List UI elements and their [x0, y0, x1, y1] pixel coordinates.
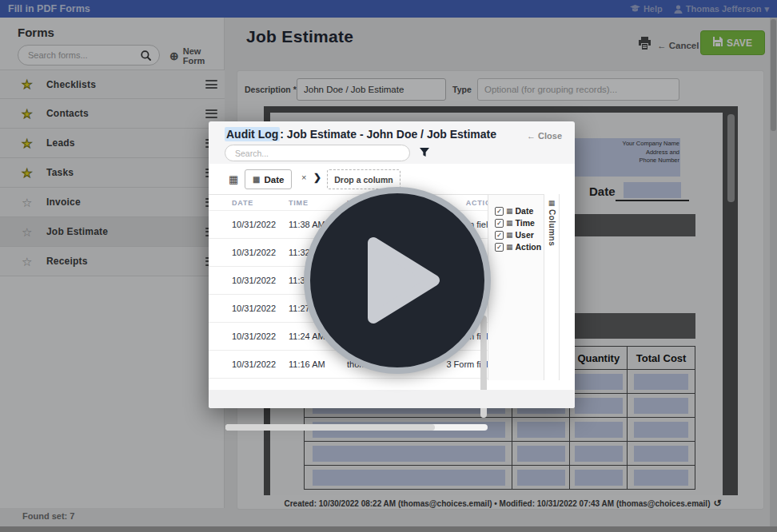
grid-icon: ▦	[506, 243, 513, 251]
grid-icon: ▦	[506, 207, 513, 215]
drop-column-zone[interactable]: Drop a column	[327, 169, 400, 189]
play-icon	[367, 236, 440, 324]
col-header-time[interactable]: TIME	[289, 199, 347, 207]
modal-title: Audit Log: Job Estimate - John Doe / Job…	[225, 128, 496, 141]
modal-footer	[209, 390, 575, 408]
table-horizontal-scrollbar[interactable]	[225, 424, 488, 431]
checkbox-checked-icon: ✓	[495, 231, 504, 240]
checkbox-checked-icon: ✓	[495, 207, 504, 216]
checkbox-checked-icon: ✓	[495, 219, 504, 228]
video-progress-bar	[0, 526, 777, 532]
columns-panel: ✓ ▦ Date ✓ ▦ Time ✓ ▦ User ✓ ▦ Action	[488, 194, 544, 380]
video-play-button[interactable]	[304, 187, 491, 374]
column-toggle-date[interactable]: ✓ ▦ Date	[495, 206, 544, 216]
grid-icon: ▦	[506, 231, 513, 239]
grid-icon: ▦	[253, 175, 260, 184]
column-chip-date[interactable]: ▦ Date	[245, 169, 292, 189]
chip-label: Date	[264, 175, 284, 185]
grid-icon: ▦	[548, 199, 556, 207]
chevron-right-icon: ❯	[313, 172, 321, 183]
checkbox-checked-icon: ✓	[495, 243, 504, 252]
close-button[interactable]: ← Close	[527, 131, 562, 141]
column-toggle-user[interactable]: ✓ ▦ User	[495, 230, 544, 240]
column-toggle-action[interactable]: ✓ ▦ Action	[495, 242, 544, 252]
audit-search-input[interactable]	[225, 145, 410, 161]
filter-icon[interactable]	[419, 147, 430, 161]
col-header-date[interactable]: DATE	[232, 199, 289, 207]
grid-icon: ▦	[506, 219, 513, 227]
modal-title-highlight: Audit Log	[225, 127, 280, 141]
column-toggle-time[interactable]: ✓ ▦ Time	[495, 218, 544, 228]
group-by-icon[interactable]: ▦	[229, 173, 238, 185]
columns-tab[interactable]: ▦ Columns	[544, 194, 560, 380]
chip-remove-icon[interactable]: ×	[301, 173, 306, 182]
columns-tab-label: Columns	[548, 209, 556, 246]
modal-title-rest: : Job Estimate - John Doe / Job Estimate	[280, 128, 496, 141]
